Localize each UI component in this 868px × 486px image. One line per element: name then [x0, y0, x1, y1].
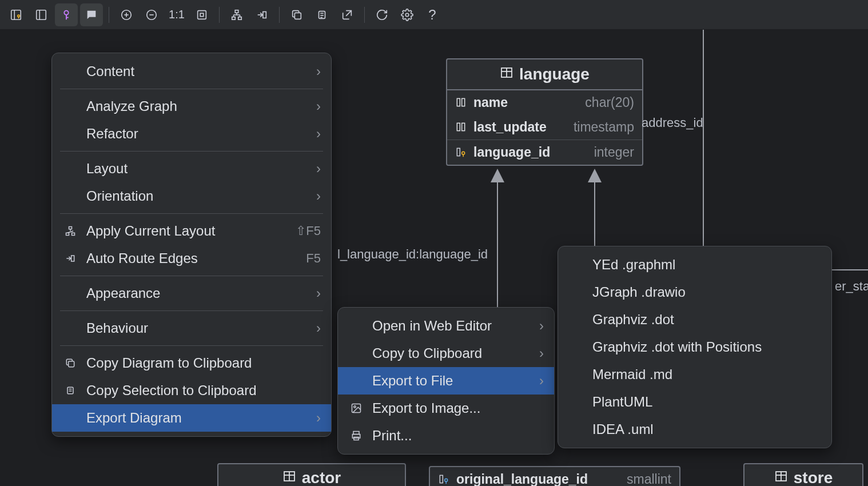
svg-rect-41	[462, 123, 465, 130]
svg-rect-23	[263, 11, 266, 18]
table-icon	[282, 469, 296, 486]
entity-partial-row[interactable]: original_language_id smallint	[429, 466, 680, 486]
menu-copy-selection[interactable]: Copy Selection to Clipboard	[52, 377, 331, 404]
toolbar-separator	[109, 7, 109, 23]
menu-orientation[interactable]: Orientation›	[52, 182, 331, 210]
copy-icon	[62, 357, 78, 369]
menu-refactor[interactable]: Refactor›	[52, 120, 331, 148]
entity-actor[interactable]: actor	[217, 463, 406, 486]
menu-behaviour[interactable]: Behaviour›	[52, 314, 331, 342]
diagram-canvas[interactable]: language name char(20) last_update times…	[0, 30, 868, 486]
zoom-actual-button[interactable]: 1:1	[165, 3, 188, 26]
menu-export-to-image[interactable]: Export to Image...	[338, 395, 554, 422]
svg-rect-14	[198, 10, 206, 19]
menu-copy-clipboard[interactable]: Copy to Clipboard›	[338, 340, 554, 367]
entity-column: name char(20)	[447, 90, 642, 115]
export-format-submenu: YEd .graphml JGraph .drawio Graphviz .do…	[558, 246, 832, 448]
menu-separator	[60, 213, 323, 214]
menu-analyze-graph[interactable]: Analyze Graph›	[52, 93, 331, 120]
menu-export-diagram[interactable]: Export Diagram›	[52, 404, 331, 432]
route-edges-icon[interactable]	[250, 3, 273, 26]
chevron-right-icon: ›	[539, 318, 544, 334]
svg-rect-16	[235, 10, 238, 13]
tree-layout-icon	[62, 225, 78, 237]
entity-store[interactable]: store	[743, 463, 863, 486]
comment-icon[interactable]	[80, 3, 103, 26]
chevron-right-icon: ›	[316, 188, 321, 204]
layout-tree-icon[interactable]	[225, 3, 248, 26]
edge-label-language-id: l_language_id:language_id	[337, 247, 488, 262]
svg-line-29	[346, 10, 351, 15]
fit-content-icon[interactable]	[190, 3, 213, 26]
zoom-in-icon[interactable]	[115, 3, 138, 26]
svg-rect-55	[66, 233, 69, 235]
key-icon[interactable]	[55, 3, 78, 26]
foreign-key-icon	[438, 473, 451, 486]
svg-rect-68	[354, 437, 359, 440]
route-icon	[62, 253, 78, 264]
chevron-right-icon: ›	[316, 98, 321, 114]
menu-copy-diagram[interactable]: Copy Diagram to Clipboard	[52, 349, 331, 377]
settings-icon[interactable]	[396, 3, 419, 26]
svg-rect-39	[462, 98, 465, 106]
chevron-right-icon: ›	[539, 373, 544, 389]
svg-point-30	[405, 13, 409, 17]
chevron-right-icon: ›	[316, 63, 321, 79]
menu-plantuml[interactable]: PlantUML	[558, 388, 831, 416]
export-submenu: Open in Web Editor› Copy to Clipboard› E…	[337, 307, 555, 455]
primary-key-icon	[455, 146, 468, 159]
menu-export-to-file[interactable]: Export to File›	[338, 367, 554, 395]
export-icon[interactable]	[336, 3, 359, 26]
toolbar: 1:1 ?	[0, 0, 868, 30]
svg-rect-40	[457, 123, 460, 130]
copy-diagram-icon[interactable]	[285, 3, 308, 26]
toolbar-separator	[219, 7, 220, 23]
menu-appearance[interactable]: Appearance›	[52, 280, 331, 307]
svg-point-2	[18, 15, 20, 17]
entity-language[interactable]: language name char(20) last_update times…	[446, 58, 643, 166]
refresh-icon[interactable]	[371, 3, 393, 26]
toolbar-separator	[364, 7, 365, 23]
menu-print[interactable]: Print...	[338, 422, 554, 449]
svg-point-49	[445, 479, 448, 481]
menu-graphviz-dot[interactable]: Graphviz .dot	[558, 306, 831, 333]
svg-point-65	[354, 406, 356, 408]
menu-yed-graphml[interactable]: YEd .graphml	[558, 251, 831, 278]
copy-selection-icon	[62, 385, 78, 396]
svg-rect-60	[69, 361, 74, 367]
zoom-out-icon[interactable]	[140, 3, 163, 26]
menu-layout[interactable]: Layout›	[52, 155, 331, 182]
svg-rect-15	[200, 13, 204, 17]
menu-content[interactable]: Content›	[52, 58, 331, 85]
context-menu: Content› Analyze Graph› Refactor› Layout…	[51, 53, 332, 437]
menu-separator	[60, 310, 323, 311]
panel-left-icon[interactable]	[30, 3, 53, 26]
table-icon	[500, 65, 513, 83]
menu-open-web-editor[interactable]: Open in Web Editor›	[338, 312, 554, 340]
table-icon	[774, 469, 788, 486]
svg-point-43	[462, 152, 465, 154]
menu-graphviz-dot-positions[interactable]: Graphviz .dot with Positions	[558, 333, 831, 361]
menu-idea-uml[interactable]: IDEA .uml	[558, 416, 831, 443]
menu-mermaid-md[interactable]: Mermaid .md	[558, 361, 831, 388]
entity-title: language	[519, 65, 590, 83]
toolbar-separator	[279, 7, 280, 23]
panel-left-key-icon[interactable]	[5, 3, 27, 26]
chevron-right-icon: ›	[316, 285, 321, 301]
svg-rect-17	[232, 17, 236, 19]
menu-jgraph-drawio[interactable]: JGraph .drawio	[558, 278, 831, 306]
svg-rect-38	[457, 98, 460, 106]
svg-rect-56	[72, 233, 75, 235]
svg-rect-4	[37, 10, 46, 19]
help-icon[interactable]: ?	[421, 3, 444, 26]
copy-selection-icon[interactable]	[310, 3, 333, 26]
menu-auto-route-edges[interactable]: Auto Route EdgesF5	[52, 245, 331, 272]
entity-header: language	[447, 59, 642, 90]
image-icon	[348, 403, 364, 414]
entity-column: last_update timestamp	[447, 115, 642, 140]
menu-apply-current-layout[interactable]: Apply Current Layout⇧F5	[52, 217, 331, 245]
chevron-right-icon: ›	[539, 345, 544, 361]
svg-rect-54	[69, 227, 72, 229]
print-icon	[348, 430, 364, 441]
svg-point-6	[64, 10, 68, 14]
